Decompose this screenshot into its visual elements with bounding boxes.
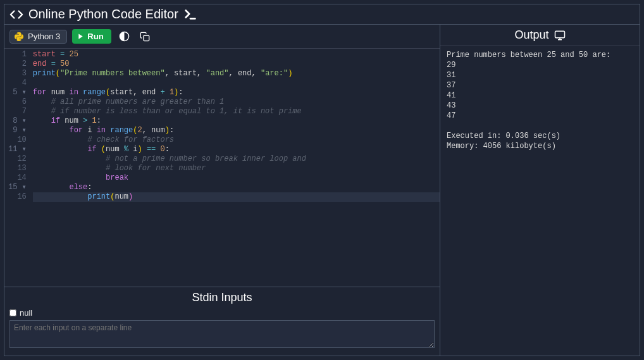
code-line[interactable]: end = 50 <box>33 59 440 69</box>
main-area: Python 3 Run 12345 ▾678 ▾9 ▾1011 ▾121314… <box>4 25 640 356</box>
page-title: Online Python Code Editor <box>28 7 178 22</box>
code-line[interactable]: for num in range(start, end + 1): <box>33 88 440 97</box>
title-bar: Online Python Code Editor <box>4 4 640 25</box>
stdin-section: Stdin Inputs null <box>4 287 440 356</box>
output-column: Output Prime numbers between 25 and 50 a… <box>440 25 640 356</box>
null-checkbox[interactable] <box>9 309 16 316</box>
code-line[interactable]: start = 25 <box>33 50 440 59</box>
output-header: Output <box>440 25 640 46</box>
code-line[interactable]: for i in range(2, num): <box>33 126 440 135</box>
output-line: 43 <box>447 101 633 111</box>
language-label: Python 3 <box>28 32 60 41</box>
editor-column: Python 3 Run 12345 ▾678 ▾9 ▾1011 ▾121314… <box>4 25 440 356</box>
code-area[interactable]: start = 25end = 50print("Prime numbers b… <box>33 49 440 287</box>
code-line[interactable]: # if number is less than or equal to 1, … <box>33 107 440 116</box>
output-stat: Memory: 4056 kilobyte(s) <box>447 141 633 151</box>
code-line[interactable]: if (num % i) == 0: <box>33 145 440 154</box>
app-window: Online Python Code Editor Python 3 Run <box>4 4 640 356</box>
stdin-textarea[interactable] <box>9 320 435 348</box>
python-icon <box>14 32 24 42</box>
output-line: 37 <box>447 80 633 90</box>
code-line[interactable]: # not a prime number so break inner loop… <box>33 154 440 164</box>
output-line: 29 <box>447 60 633 70</box>
output-line: 47 <box>447 111 633 121</box>
code-line[interactable]: print(num) <box>33 192 440 202</box>
contrast-icon <box>119 31 130 42</box>
theme-toggle-button[interactable] <box>116 28 132 44</box>
code-line[interactable]: if num > 1: <box>33 116 440 126</box>
code-line[interactable]: else: <box>33 183 440 192</box>
output-title-text: Output <box>514 28 548 42</box>
output-line: 31 <box>447 70 633 80</box>
code-line[interactable]: break <box>33 173 440 183</box>
output-line: Prime numbers between 25 and 50 are: <box>447 50 633 60</box>
code-line[interactable]: # all prime numbers are greater than 1 <box>33 97 440 107</box>
stdin-title: Stdin Inputs <box>9 290 435 308</box>
output-stat: Executed in: 0.036 sec(s) <box>447 131 633 141</box>
run-button[interactable]: Run <box>72 29 111 44</box>
toolbar: Python 3 Run <box>4 25 440 49</box>
code-icon <box>9 8 23 22</box>
output-line: 41 <box>447 90 633 101</box>
monitor-icon <box>554 30 566 41</box>
code-line[interactable]: # look for next number <box>33 164 440 173</box>
play-icon <box>77 33 84 40</box>
code-line[interactable]: print("Prime numbers between", start, "a… <box>33 69 440 78</box>
terminal-prompt-icon <box>183 8 197 22</box>
line-gutter: 12345 ▾678 ▾9 ▾1011 ▾12131415 ▾16 <box>4 49 33 287</box>
svg-rect-3 <box>144 35 149 41</box>
run-label: Run <box>87 32 103 41</box>
null-label: null <box>20 308 32 318</box>
svg-rect-4 <box>555 31 564 38</box>
code-line[interactable]: # check for factors <box>33 135 440 145</box>
output-body: Prime numbers between 25 and 50 are:2931… <box>440 46 640 356</box>
language-selector[interactable]: Python 3 <box>9 30 67 44</box>
code-editor[interactable]: 12345 ▾678 ▾9 ▾1011 ▾12131415 ▾16 start … <box>4 49 440 287</box>
copy-button[interactable] <box>137 29 152 44</box>
null-checkbox-row[interactable]: null <box>9 308 435 318</box>
copy-icon <box>140 32 150 42</box>
code-line[interactable] <box>33 78 440 88</box>
svg-marker-1 <box>79 34 83 39</box>
